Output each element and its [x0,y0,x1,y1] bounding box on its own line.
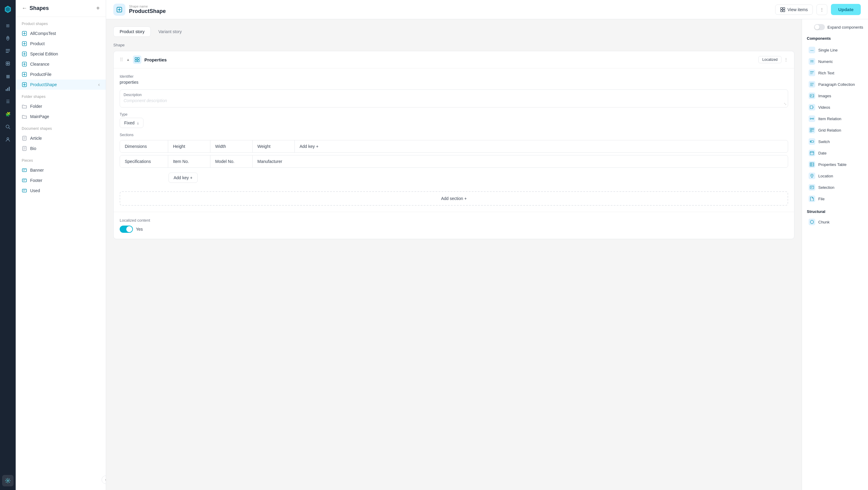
drag-handle-icon[interactable]: ⠿ [120,57,123,63]
list-nav-icon[interactable]: ☰ [2,96,13,107]
section-key-height[interactable]: Height [168,140,210,153]
rich-text-icon [809,70,815,76]
comp-paragraph-collection[interactable]: Paragraph Collection [807,78,863,90]
sidebar-item-label: Product [30,41,44,46]
sidebar-item-label: ProductFile [30,72,52,77]
add-shape-button[interactable]: + [96,5,100,12]
location-icon [809,172,815,179]
sidebar-item-label: Footer [30,178,42,183]
sidebar-collapse-button[interactable]: ‹ [101,476,106,484]
svg-rect-11 [7,88,8,91]
comp-location[interactable]: Location [807,170,863,182]
content-nav-icon[interactable] [2,45,13,57]
comp-chunk[interactable]: Chunk [807,216,863,228]
comp-label: Single Line [818,48,838,53]
more-options-button[interactable]: ⋮ [816,4,827,15]
section-key-width[interactable]: Width [210,140,253,153]
catalogue-nav-icon[interactable] [2,58,13,69]
svg-rect-44 [783,10,785,12]
shape-icon [113,4,125,16]
type-dropdown[interactable]: Fixed ↓ [120,118,144,128]
comp-grid-relation[interactable]: Grid Relation [807,124,863,136]
videos-icon [809,104,815,110]
section-key-manufacturer[interactable]: Manufacturer [253,155,295,167]
tab-product-story[interactable]: Product story [113,27,151,37]
section-key-modelno[interactable]: Model No. [210,155,253,167]
file-icon [809,195,815,202]
sidebar-item-product[interactable]: Product [16,38,106,49]
comp-item-relation[interactable]: Item Relation [807,113,863,124]
section-name-dimensions[interactable]: Dimensions [120,140,168,153]
section-key-weight[interactable]: Weight [253,140,295,153]
update-button[interactable]: Update [831,4,861,15]
sections-label: Sections [120,133,788,137]
view-items-button[interactable]: View items [775,4,813,15]
svg-rect-56 [810,94,814,97]
type-label: Type [120,112,788,117]
svg-rect-58 [810,106,813,109]
comp-videos[interactable]: Videos [807,101,863,113]
sidebar-item-productfile[interactable]: ProductFile [16,69,106,79]
comp-images[interactable]: Images [807,90,863,101]
search-nav-icon[interactable] [2,121,13,132]
comp-label: Location [818,174,833,178]
localized-toggle[interactable] [120,226,133,233]
svg-rect-45 [135,58,137,59]
puzzle-nav-icon[interactable]: 🧩 [2,108,13,120]
comp-numeric[interactable]: Numeric [807,56,863,67]
comp-rich-text[interactable]: Rich Text [807,67,863,78]
description-placeholder: Component description [124,98,784,103]
settings-nav-icon[interactable] [2,475,13,486]
expand-components-row: Expand components [807,24,863,30]
sidebar-item-banner[interactable]: Banner [16,165,106,175]
section-name-specifications[interactable]: Specifications [120,155,168,167]
main-content: Product story Variant story Shape ⠿ ▲ [106,19,802,490]
comp-file[interactable]: File [807,193,863,204]
add-section-button[interactable]: Add section + [120,191,788,206]
component-more-button[interactable]: ⋮ [784,57,788,62]
tab-variant-story[interactable]: Variant story [152,27,188,37]
add-key-label: Add key + [300,144,318,149]
comp-date[interactable]: Date [807,147,863,159]
app-logo[interactable] [2,4,13,15]
svg-point-6 [6,62,8,64]
comp-single-line[interactable]: — Single Line [807,44,863,56]
svg-point-15 [7,138,9,139]
sidebar-item-special-edition[interactable]: Special Edition [16,49,106,59]
identifier-value: properties [120,80,788,85]
sidebar-item-folder[interactable]: Folder [16,101,106,111]
sidebar-item-label: Used [30,188,40,193]
svg-rect-54 [810,85,812,85]
add-key-dimensions-button[interactable]: Add key + [295,140,331,153]
sidebar-item-productshape[interactable]: ProductShape ‹ [16,79,106,90]
sidebar-item-footer[interactable]: Footer [16,175,106,186]
description-block[interactable]: Description Component description ⤡ [120,90,788,107]
component-icon [133,56,141,64]
svg-rect-55 [810,86,813,86]
rocket-nav-icon[interactable] [2,33,13,44]
dashboard-nav-icon[interactable]: ⊞ [2,20,13,31]
add-key-specifications-button[interactable]: Add key + [168,172,198,183]
comp-selection[interactable]: Selection [807,182,863,193]
grid-nav-icon[interactable]: ▦ [2,70,13,82]
users-nav-icon[interactable] [2,134,13,145]
comp-label: Rich Text [818,71,834,75]
sidebar-item-bio[interactable]: Bio [16,143,106,154]
svg-rect-46 [137,58,139,59]
comp-label: Images [818,94,831,98]
topbar-left: Shape name ProductShape [113,4,166,16]
collapse-component-button[interactable]: ▲ [126,58,130,62]
comp-switch[interactable]: Switch [807,136,863,147]
section-key-itemno[interactable]: Item No. [168,155,210,167]
sidebar-item-article[interactable]: Article [16,133,106,143]
sidebar-item-used[interactable]: Used [16,186,106,196]
add-key-label-2: Add key + [174,175,193,180]
sidebar-item-allcompstest[interactable]: AllCompsTest [16,28,106,38]
comp-properties-table[interactable]: Properties Table [807,159,863,170]
sidebar-item-mainpage[interactable]: MainPage [16,111,106,122]
comp-label: Item Relation [818,117,841,121]
sidebar-item-clearance[interactable]: Clearance [16,59,106,69]
analytics-nav-icon[interactable] [2,83,13,95]
expand-components-toggle[interactable] [814,24,825,30]
back-button[interactable]: ← [22,5,27,11]
